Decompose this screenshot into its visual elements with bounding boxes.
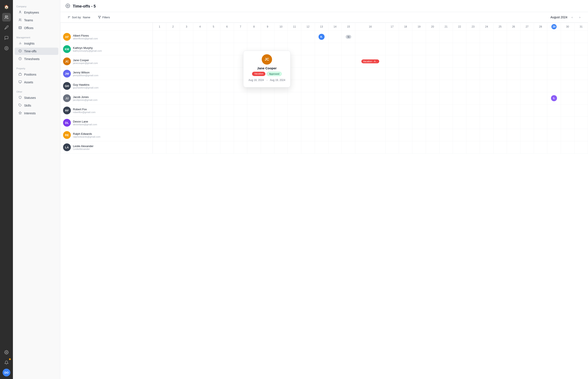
page-header-icon xyxy=(65,3,70,9)
table-row: AF Albert Flores albertflores@gmail.com … xyxy=(60,31,588,43)
positions-label: Positions xyxy=(24,73,36,76)
day-cell-31 xyxy=(574,43,588,55)
sidebar-item-time-offs[interactable]: Time-offs xyxy=(15,47,58,55)
day-cell-13 xyxy=(315,92,328,104)
sidebar-item-interests[interactable]: Interests xyxy=(15,110,58,117)
sidebar-item-assets[interactable]: Assets xyxy=(15,79,58,86)
svg-rect-19 xyxy=(19,73,22,75)
day-cell-1 xyxy=(153,141,166,154)
event-indicator[interactable]: Si xyxy=(346,35,351,39)
next-month-button[interactable]: › xyxy=(577,14,583,20)
event-indicator[interactable]: S. xyxy=(551,95,557,101)
sidebar-item-skills[interactable]: Skills xyxy=(15,102,58,109)
day-cell-12 xyxy=(301,31,315,43)
avatar: KM xyxy=(63,45,71,53)
chat-nav-icon[interactable] xyxy=(2,33,11,42)
day-cell-2 xyxy=(166,117,180,129)
day-cell-8 xyxy=(247,92,261,104)
filter-button[interactable]: Filters xyxy=(96,15,112,20)
rocket-nav-icon[interactable] xyxy=(2,23,11,32)
event-indicator[interactable]: B. xyxy=(318,34,325,40)
employee-info: JC Jane Cooper janecooper@gmail.com xyxy=(60,55,153,67)
sidebar-item-positions[interactable]: Positions xyxy=(15,71,58,78)
day-cell-15 xyxy=(342,55,355,68)
day-cell-18 xyxy=(399,31,412,43)
day-cell-23 xyxy=(467,43,480,55)
day-cell-30 xyxy=(561,92,574,104)
circle-nav-icon[interactable] xyxy=(2,44,11,53)
sidebar-item-statuses[interactable]: Statuses xyxy=(15,94,58,101)
sort-button[interactable]: Sort by: Name xyxy=(65,15,92,20)
sidebar-item-employees[interactable]: Employees xyxy=(15,9,58,16)
day-cell-18 xyxy=(399,55,412,68)
day-cell-27 xyxy=(520,129,534,141)
day-cell-23 xyxy=(467,92,480,104)
notification-bell[interactable] xyxy=(2,358,11,367)
day-cell-2 xyxy=(166,55,180,68)
avatar: JJ xyxy=(63,94,71,102)
user-avatar[interactable]: DO xyxy=(3,369,10,377)
prev-month-button[interactable]: ‹ xyxy=(569,14,575,20)
day-cell-13 xyxy=(315,55,328,68)
day-cell-26 xyxy=(507,80,520,92)
event-indicator[interactable]: Vacation - A... xyxy=(361,60,379,63)
day-cell-26 xyxy=(507,129,520,141)
day-cell-24 xyxy=(480,80,493,92)
svg-point-16 xyxy=(19,49,22,52)
day-cell-19 xyxy=(412,92,426,104)
day-cell-25 xyxy=(493,80,507,92)
sidebar-item-offices[interactable]: Offices xyxy=(15,24,58,32)
day-cell-31 xyxy=(574,104,588,117)
day-cell-15 xyxy=(342,68,355,80)
settings-nav-icon[interactable] xyxy=(2,348,11,357)
day-cell-7 xyxy=(234,129,247,141)
day-cell-8 xyxy=(247,141,261,154)
management-section-label: Management xyxy=(13,34,60,40)
day-cell-6 xyxy=(220,117,234,129)
day-cell-27 xyxy=(520,80,534,92)
day-cell-19 xyxy=(412,43,426,55)
positions-icon xyxy=(18,73,22,77)
day-cell-6 xyxy=(220,141,234,154)
people-nav-icon[interactable] xyxy=(2,13,11,22)
day-cell-29 xyxy=(547,43,561,55)
day-cell-6 xyxy=(220,80,234,92)
day-cell-26 xyxy=(507,141,520,154)
avatar: LA xyxy=(63,143,71,151)
sidebar-item-teams[interactable]: Teams xyxy=(15,16,58,24)
day-cell-15: Si xyxy=(342,31,355,43)
offices-label: Offices xyxy=(24,26,33,30)
day-cell-4 xyxy=(193,129,207,141)
table-row: KM Kathryn Murphy kathrynmurphy@gmail.co… xyxy=(60,43,588,55)
employee-name: Guy Hawkins xyxy=(73,83,99,86)
day-cell-23 xyxy=(467,31,480,43)
interests-icon xyxy=(18,111,22,115)
day-cell-6 xyxy=(220,104,234,117)
day-cell-19 xyxy=(412,31,426,43)
day-cell-16 xyxy=(355,129,385,141)
day-header-11: 11 xyxy=(288,23,301,31)
insights-icon xyxy=(18,42,22,46)
day-cell-28 xyxy=(534,117,547,129)
employee-name: Ralph Edwards xyxy=(73,132,100,135)
day-cell-29 xyxy=(547,80,561,92)
day-cell-7 xyxy=(234,92,247,104)
svg-point-2 xyxy=(6,47,7,49)
sidebar-item-timesheets[interactable]: Timesheets xyxy=(15,55,58,63)
svg-rect-20 xyxy=(19,81,22,83)
day-header-18: 18 xyxy=(399,23,412,31)
day-cell-20 xyxy=(426,80,439,92)
day-cell-14 xyxy=(328,80,342,92)
sidebar-item-insights[interactable]: Insights xyxy=(15,40,58,47)
home-nav-icon[interactable]: 🏠 xyxy=(2,2,11,11)
day-cell-10 xyxy=(274,104,288,117)
employee-email: kathrynmurphy@gmail.com xyxy=(73,49,102,52)
employee-info: GH Guy Hawkins guyhawkins@gmail.com xyxy=(60,80,153,92)
day-cell-25 xyxy=(493,43,507,55)
day-cell-23 xyxy=(467,68,480,80)
day-cell-26 xyxy=(507,92,520,104)
day-cell-17 xyxy=(385,117,399,129)
day-cell-20 xyxy=(426,31,439,43)
day-cell-4 xyxy=(193,43,207,55)
day-cell-17 xyxy=(385,68,399,80)
